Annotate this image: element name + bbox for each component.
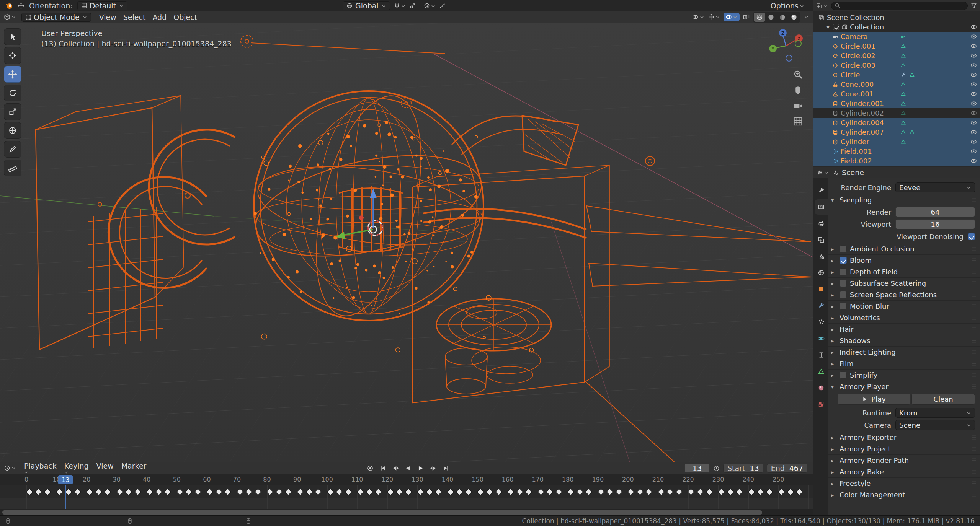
- section-shadows[interactable]: ▸Shadows: [828, 335, 980, 346]
- properties-tab-render[interactable]: [815, 199, 828, 215]
- section-motion-blur[interactable]: ▸Motion Blur: [828, 300, 980, 312]
- grip-dots[interactable]: [972, 303, 977, 309]
- gizmos-dropdown[interactable]: [708, 14, 720, 20]
- properties-filter-dropdown[interactable]: [817, 169, 829, 176]
- grip-dots[interactable]: [972, 372, 977, 378]
- annotate-tool-button[interactable]: [4, 141, 21, 158]
- section-hair[interactable]: ▸Hair: [828, 323, 980, 335]
- section-armory-render-path[interactable]: ▸Armory Render Path: [828, 454, 980, 466]
- properties-tab-material[interactable]: [815, 380, 828, 396]
- orientation-dropdown[interactable]: Default: [77, 1, 127, 10]
- expand-arrow[interactable]: ▸: [831, 315, 836, 321]
- properties-tab-scene[interactable]: [815, 249, 828, 264]
- mode-dropdown[interactable]: Object Mode: [21, 13, 91, 22]
- section-volumetrics[interactable]: ▸Volumetrics: [828, 312, 980, 323]
- mesh-data-icon[interactable]: [900, 101, 906, 106]
- grip-dots[interactable]: [972, 469, 977, 475]
- properties-tab-view-layer[interactable]: [815, 232, 828, 248]
- timeline-menu-playback[interactable]: Playback: [21, 461, 59, 475]
- navigation-gizmo[interactable]: Z Y X: [768, 28, 804, 64]
- jump-to-end-button[interactable]: [440, 464, 452, 473]
- mesh-data-icon[interactable]: [900, 139, 906, 145]
- section-armory-player[interactable]: ▾ Armory Player: [828, 381, 980, 392]
- grip-dots[interactable]: [972, 446, 977, 452]
- clean-button[interactable]: Clean: [911, 394, 975, 405]
- rotate-tool-button[interactable]: [4, 85, 21, 101]
- properties-tab-object[interactable]: [815, 282, 828, 297]
- mesh-data-icon[interactable]: [900, 120, 906, 125]
- section-ambient-occlusion[interactable]: ▸Ambient Occlusion: [828, 243, 980, 254]
- previous-keyframe-button[interactable]: [390, 464, 401, 473]
- section-armory-project[interactable]: ▸Armory Project: [828, 443, 980, 454]
- section-freestyle[interactable]: ▸Freestyle: [828, 477, 980, 489]
- viewport-canvas[interactable]: [0, 23, 813, 462]
- outliner-search-input[interactable]: [831, 2, 968, 10]
- bloom-checkbox[interactable]: [840, 257, 847, 264]
- section-screen-space-reflections[interactable]: ▸Screen Space Reflections: [828, 289, 980, 300]
- frame-end-field[interactable]: End467: [767, 464, 807, 473]
- properties-tab-modifiers[interactable]: [815, 298, 828, 313]
- visibility-eye-icon[interactable]: [970, 91, 977, 97]
- visibility-eye-icon[interactable]: [970, 72, 977, 78]
- grip-dots[interactable]: [972, 269, 977, 275]
- timeline-editor-type-dropdown[interactable]: [4, 465, 16, 471]
- record-button[interactable]: [364, 464, 376, 473]
- playhead-label[interactable]: 13: [58, 475, 73, 484]
- mesh-data-icon[interactable]: [900, 81, 906, 87]
- grip-dots[interactable]: [972, 349, 977, 355]
- disclosure-triangle[interactable]: ▾: [825, 24, 831, 30]
- play-button[interactable]: [415, 464, 426, 473]
- grip-dots[interactable]: [972, 435, 977, 440]
- timeline-ruler[interactable]: 0102030405060708090100110120130140150160…: [0, 474, 813, 485]
- outliner-item-circle[interactable]: Circle: [813, 70, 980, 80]
- expand-arrow[interactable]: ▸: [831, 303, 836, 309]
- timeline-scrollbar[interactable]: [2, 510, 762, 515]
- runtime-dropdown[interactable]: Krom: [895, 408, 975, 418]
- timeline-menu-view[interactable]: View: [94, 461, 116, 475]
- mesh-data-icon[interactable]: [900, 53, 906, 59]
- play-button[interactable]: Play: [838, 394, 910, 405]
- expand-arrow[interactable]: ▸: [831, 361, 836, 367]
- visibility-eye-icon[interactable]: [970, 158, 977, 164]
- box-select-tool-button[interactable]: [4, 28, 21, 45]
- menu-object[interactable]: Object: [171, 12, 200, 22]
- blender-logo-icon[interactable]: [5, 2, 13, 10]
- outliner-item-cylinder-007[interactable]: Cylinder.007: [813, 127, 980, 137]
- outliner-item-cylinder-002[interactable]: Cylinder.002: [813, 108, 980, 118]
- depth-of-field-checkbox[interactable]: [840, 268, 847, 275]
- mesh-data-icon[interactable]: [900, 91, 906, 97]
- playhead-line[interactable]: [65, 485, 66, 509]
- expand-arrow[interactable]: ▸: [831, 280, 836, 287]
- expand-arrow[interactable]: ▸: [831, 469, 836, 475]
- snap-magnet-toggle[interactable]: [394, 3, 406, 9]
- section-sampling[interactable]: ▾ Sampling: [828, 194, 980, 205]
- collection-checkbox[interactable]: [833, 24, 839, 30]
- simplify-checkbox[interactable]: [840, 371, 847, 379]
- outliner-item-cylinder-001[interactable]: Cylinder.001: [813, 99, 980, 108]
- section-film[interactable]: ▸Film: [828, 358, 980, 369]
- timeline-menu-marker[interactable]: Marker: [119, 461, 149, 475]
- properties-tab-physics[interactable]: [815, 331, 828, 346]
- outliner-item-field-001[interactable]: Field.001: [813, 147, 980, 156]
- grip-dots[interactable]: [972, 338, 977, 344]
- shading-solid-button[interactable]: [765, 13, 777, 22]
- next-keyframe-button[interactable]: [428, 464, 439, 473]
- shading-rendered-button[interactable]: [788, 13, 800, 22]
- outliner-item-camera[interactable]: Camera: [813, 32, 980, 41]
- outliner-item-scene-collection[interactable]: Scene Collection: [813, 13, 980, 22]
- visibility-eye-icon[interactable]: [970, 33, 977, 40]
- outliner-item-circle-001[interactable]: Circle.001: [813, 41, 980, 51]
- expand-arrow[interactable]: ▸: [831, 292, 836, 298]
- grip-dots[interactable]: [972, 492, 977, 498]
- visibility-eye-icon[interactable]: [970, 100, 977, 107]
- properties-tab-texture[interactable]: [815, 397, 828, 412]
- expand-arrow[interactable]: ▸: [831, 372, 836, 378]
- player-camera-dropdown[interactable]: Scene: [895, 420, 975, 430]
- section-color-management[interactable]: ▸Color Management: [828, 489, 980, 500]
- samples-render-field[interactable]: 64: [895, 207, 975, 217]
- section-subsurface-scattering[interactable]: ▸Subsurface Scattering: [828, 277, 980, 289]
- visibility-eye-icon[interactable]: [970, 62, 977, 68]
- expand-arrow[interactable]: ▸: [831, 458, 836, 464]
- outliner-item-collection[interactable]: ▾Collection: [813, 22, 980, 32]
- move-tool-button[interactable]: [4, 66, 21, 83]
